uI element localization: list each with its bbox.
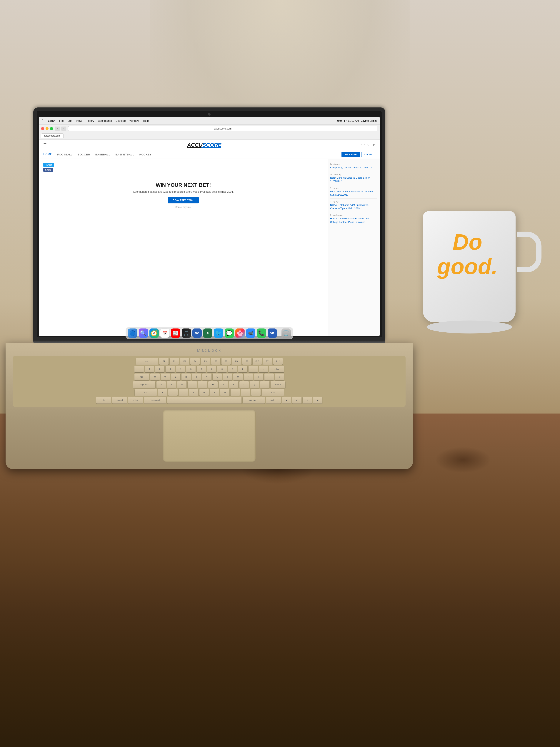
key-f6[interactable]: F6	[211, 358, 220, 365]
key-2[interactable]: 2	[155, 366, 164, 372]
social-google[interactable]: G+	[367, 144, 371, 146]
key-return[interactable]: return	[271, 381, 285, 388]
key-s[interactable]: S	[167, 381, 176, 388]
key-c[interactable]: C	[179, 389, 188, 396]
key-u[interactable]: U	[213, 374, 222, 380]
help-menu[interactable]: Help	[143, 119, 149, 122]
key-9[interactable]: 9	[228, 366, 237, 372]
key-f[interactable]: F	[188, 381, 197, 388]
key-r[interactable]: R	[182, 374, 191, 380]
key-f10[interactable]: F10	[252, 358, 262, 365]
close-button[interactable]	[41, 127, 44, 130]
key-f4[interactable]: F4	[190, 358, 199, 365]
key-x[interactable]: X	[168, 389, 178, 396]
key-i[interactable]: I	[223, 374, 232, 380]
social-facebook[interactable]: f	[362, 144, 362, 146]
nav-soccer[interactable]: SOCCER	[78, 153, 90, 156]
bookmarks-menu[interactable]: Bookmarks	[98, 119, 112, 122]
dock-zoom[interactable]: 📹	[246, 329, 256, 336]
key-fn[interactable]: fn	[96, 397, 111, 404]
key-option[interactable]: option	[128, 397, 143, 404]
dock-twitter[interactable]: 🐦	[214, 329, 223, 336]
news-title-3[interactable]: NBA: New Orleans Pelicans vs. Phoenix Su…	[330, 190, 377, 197]
dock-excel[interactable]: X	[203, 329, 212, 336]
key-5[interactable]: 5	[186, 366, 195, 372]
tweet-button[interactable]: Tweet	[43, 163, 54, 167]
key-period[interactable]: .	[241, 389, 250, 396]
dock-photos[interactable]: 🌸	[235, 329, 245, 336]
nav-basketball[interactable]: BASKETBALL	[115, 153, 134, 156]
dock-trash[interactable]: 🗑️	[282, 329, 291, 336]
key-f1[interactable]: F1	[159, 358, 168, 365]
key-4[interactable]: 4	[176, 366, 185, 372]
key-slash[interactable]: /	[251, 389, 261, 396]
forward-button[interactable]: ›	[61, 127, 66, 131]
safari-menu[interactable]: Safari	[48, 119, 56, 122]
news-title-1[interactable]: Liverpool @ Crystal Palace 11/23/2019	[330, 166, 377, 169]
trackpad[interactable]	[163, 410, 256, 462]
key-v[interactable]: V	[189, 389, 198, 396]
key-down[interactable]: ▼	[302, 397, 312, 404]
key-w[interactable]: W	[161, 374, 170, 380]
key-e[interactable]: E	[171, 374, 180, 380]
key-0[interactable]: 0	[238, 366, 247, 372]
key-space[interactable]	[167, 397, 241, 404]
share-button[interactable]: Share	[43, 168, 53, 172]
key-p[interactable]: P	[244, 374, 253, 380]
key-left[interactable]: ◀	[282, 397, 291, 404]
key-backtick[interactable]: `	[134, 366, 144, 372]
history-menu[interactable]: History	[85, 119, 94, 122]
key-g[interactable]: G	[198, 381, 207, 388]
key-h[interactable]: H	[208, 381, 218, 388]
dock-safari[interactable]: 🧭	[150, 329, 159, 336]
news-title-2[interactable]: North Carolina State vs Georgia Tech 11/…	[330, 176, 377, 183]
key-comma[interactable]: ,	[231, 389, 240, 396]
key-q[interactable]: Q	[150, 374, 160, 380]
key-z[interactable]: Z	[158, 389, 167, 396]
key-roption[interactable]: option	[266, 397, 281, 404]
address-bar[interactable]: accuscore.com	[68, 126, 377, 131]
key-semicolon[interactable]: ;	[250, 381, 259, 388]
key-f12[interactable]: F12	[273, 358, 283, 365]
dock-siri[interactable]: 🔍	[139, 329, 148, 336]
nav-baseball[interactable]: BASEBALL	[96, 153, 110, 156]
key-a[interactable]: A	[157, 381, 166, 388]
safari-tab-accuscore[interactable]: accuscore.com	[41, 133, 63, 138]
key-f5[interactable]: F5	[201, 358, 210, 365]
minimize-button[interactable]	[46, 127, 49, 130]
apple-menu[interactable]: 	[42, 119, 43, 123]
key-tab[interactable]: tab	[134, 374, 149, 380]
key-l[interactable]: L	[239, 381, 249, 388]
key-lshift[interactable]: shift	[135, 389, 157, 396]
key-up[interactable]: ▲	[292, 397, 301, 404]
dock-news[interactable]: 📰	[171, 329, 180, 336]
key-t[interactable]: T	[192, 374, 201, 380]
key-m[interactable]: M	[220, 389, 230, 396]
register-button[interactable]: REGISTER	[342, 152, 359, 157]
login-button[interactable]: LOGIN	[361, 152, 375, 157]
key-capslock[interactable]: caps lock	[133, 381, 155, 388]
dock-calendar[interactable]: 📅	[160, 329, 169, 336]
dock-finder[interactable]: 🔵	[128, 329, 137, 336]
dock-messages[interactable]: 💬	[224, 329, 234, 336]
key-n[interactable]: N	[210, 389, 219, 396]
key-8[interactable]: 8	[217, 366, 227, 372]
back-button[interactable]: ‹	[55, 127, 60, 131]
key-lbracket[interactable]: [	[254, 374, 263, 380]
nav-home[interactable]: HOME	[43, 153, 52, 156]
file-menu[interactable]: File	[59, 119, 64, 122]
key-y[interactable]: Y	[202, 374, 212, 380]
edit-menu[interactable]: Edit	[68, 119, 72, 122]
key-1[interactable]: 1	[145, 366, 154, 372]
social-linkedin[interactable]: in	[373, 144, 375, 146]
key-backslash[interactable]: \	[275, 374, 284, 380]
key-f9[interactable]: F9	[242, 358, 251, 365]
key-6[interactable]: 6	[197, 366, 206, 372]
key-3[interactable]: 3	[165, 366, 175, 372]
key-esc[interactable]: esc	[136, 358, 158, 365]
fullscreen-button[interactable]	[50, 127, 53, 130]
key-rshift[interactable]: shift	[262, 389, 284, 396]
key-f3[interactable]: F3	[180, 358, 189, 365]
key-o[interactable]: O	[233, 374, 243, 380]
key-equals[interactable]: =	[259, 366, 268, 372]
